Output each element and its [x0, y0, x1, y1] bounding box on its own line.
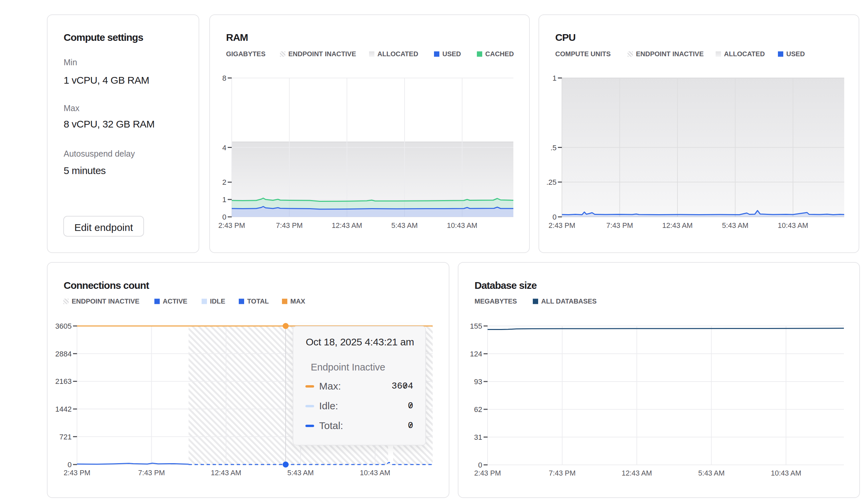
svg-text:5:43 AM: 5:43 AM [722, 221, 748, 230]
svg-text:10:43 AM: 10:43 AM [447, 221, 478, 230]
svg-text:7:43 PM: 7:43 PM [606, 221, 633, 230]
svg-text:5:43 AM: 5:43 AM [391, 221, 418, 230]
svg-text:.5: .5 [550, 144, 557, 152]
svg-text:93: 93 [474, 377, 482, 386]
svg-text:155: 155 [470, 322, 482, 330]
svg-text:2:43 PM: 2:43 PM [218, 221, 245, 230]
svg-text:2:43 PM: 2:43 PM [474, 469, 501, 477]
svg-text:2163: 2163 [55, 377, 72, 386]
svg-text:2884: 2884 [55, 350, 72, 358]
svg-text:1442: 1442 [55, 405, 72, 413]
svg-text:0: 0 [68, 461, 72, 469]
svg-text:12:43 AM: 12:43 AM [332, 221, 362, 230]
svg-text:721: 721 [59, 433, 72, 441]
svg-text:7:43 PM: 7:43 PM [138, 469, 165, 477]
svg-text:10:43 AM: 10:43 AM [360, 469, 390, 477]
svg-text:12:43 AM: 12:43 AM [663, 221, 693, 230]
svg-text:10:43 AM: 10:43 AM [771, 469, 801, 477]
svg-text:10:43 AM: 10:43 AM [778, 221, 809, 230]
svg-text:5:43 AM: 5:43 AM [698, 469, 725, 477]
svg-text:0: 0 [222, 213, 226, 221]
svg-text:2:43 PM: 2:43 PM [548, 221, 575, 230]
svg-text:2: 2 [222, 178, 226, 186]
svg-text:7:43 PM: 7:43 PM [276, 221, 303, 230]
svg-text:4: 4 [222, 144, 226, 152]
svg-text:31: 31 [474, 433, 482, 441]
svg-text:0: 0 [478, 461, 482, 469]
svg-text:3605: 3605 [55, 322, 72, 330]
svg-text:0: 0 [553, 213, 557, 221]
svg-text:.25: .25 [546, 178, 557, 186]
svg-text:8: 8 [222, 74, 226, 82]
svg-text:1: 1 [553, 74, 557, 82]
svg-text:124: 124 [470, 350, 482, 358]
svg-text:1: 1 [222, 195, 226, 204]
svg-text:12:43 AM: 12:43 AM [211, 469, 242, 477]
svg-text:62: 62 [474, 405, 482, 414]
svg-text:12:43 AM: 12:43 AM [622, 469, 652, 477]
svg-text:2:43 PM: 2:43 PM [64, 469, 90, 477]
svg-text:7:43 PM: 7:43 PM [549, 469, 576, 477]
svg-text:5:43 AM: 5:43 AM [287, 469, 314, 477]
